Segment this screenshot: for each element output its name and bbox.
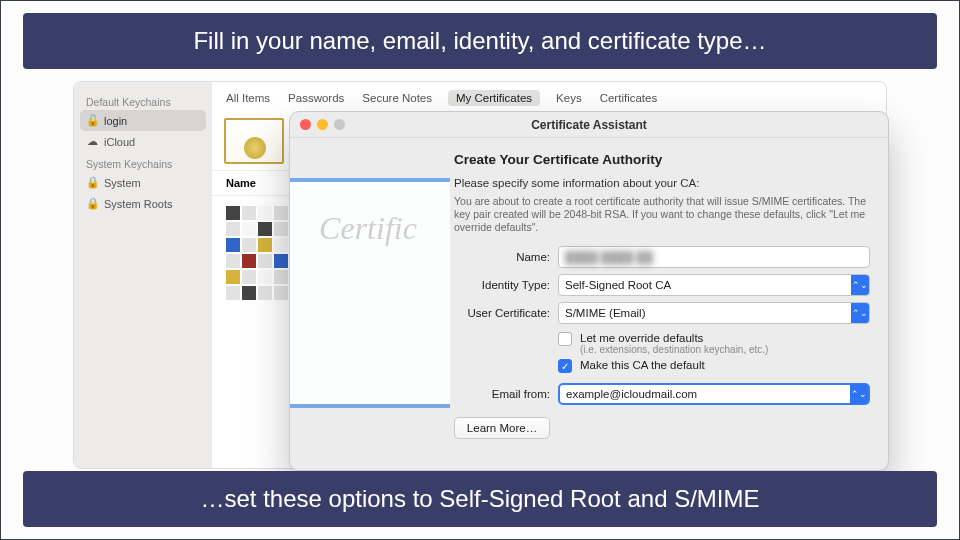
override-defaults-label: Let me override defaults — [580, 332, 768, 344]
make-default-checkbox[interactable]: ✓ — [558, 359, 572, 373]
sidebar: Default Keychains 🔓 login ☁︎ iCloud Syst… — [74, 82, 212, 468]
override-defaults-checkbox[interactable] — [558, 332, 572, 346]
identity-type-value: Self-Signed Root CA — [565, 279, 671, 291]
chevron-updown-icon: ⌃⌄ — [850, 384, 868, 404]
certificate-watermark: Certific — [319, 210, 417, 247]
assistant-lead: Please specify some information about yo… — [454, 177, 870, 189]
tab-passwords[interactable]: Passwords — [286, 90, 346, 106]
chevron-updown-icon: ⌃⌄ — [851, 303, 869, 323]
chevron-updown-icon: ⌃⌄ — [851, 275, 869, 295]
window-controls — [300, 119, 345, 130]
assistant-description: You are about to create a root certifica… — [454, 195, 870, 234]
sidebar-item-label: System Roots — [104, 198, 172, 210]
sidebar-item-system-roots[interactable]: 🔒 System Roots — [80, 193, 206, 214]
user-certificate-select[interactable]: S/MIME (Email) ⌃⌄ — [558, 302, 870, 324]
tab-my-certificates[interactable]: My Certificates — [448, 90, 540, 106]
sidebar-section-default: Default Keychains — [80, 90, 206, 110]
email-from-value: example@icloudmail.com — [566, 388, 697, 400]
certificate-assistant-window: Certificate Assistant Certific Create Yo… — [289, 111, 889, 471]
sidebar-item-icloud[interactable]: ☁︎ iCloud — [80, 131, 206, 152]
cloud-icon: ☁︎ — [86, 135, 98, 148]
learn-more-button[interactable]: Learn More… — [454, 417, 550, 439]
make-default-label: Make this CA the default — [580, 359, 705, 371]
sidebar-item-label: iCloud — [104, 136, 135, 148]
minimize-icon[interactable] — [317, 119, 328, 130]
certificate-icon — [224, 118, 284, 164]
identity-type-label: Identity Type: — [454, 279, 550, 291]
assistant-form: Create Your Certificate Authority Please… — [450, 138, 888, 470]
lock-icon: 🔒 — [86, 197, 98, 210]
titlebar: Certificate Assistant — [290, 112, 888, 138]
window-title: Certificate Assistant — [531, 118, 647, 132]
user-certificate-value: S/MIME (Email) — [565, 307, 646, 319]
category-tabs: All Items Passwords Secure Notes My Cert… — [212, 82, 886, 110]
email-from-select[interactable]: example@icloudmail.com ⌃⌄ — [558, 383, 870, 405]
sidebar-item-system[interactable]: 🔒 System — [80, 172, 206, 193]
close-icon[interactable] — [300, 119, 311, 130]
tab-certificates[interactable]: Certificates — [598, 90, 660, 106]
sidebar-item-label: login — [104, 115, 127, 127]
zoom-icon — [334, 119, 345, 130]
instruction-banner-top: Fill in your name, email, identity, and … — [23, 13, 937, 69]
assistant-heading: Create Your Certificate Authority — [454, 152, 870, 167]
sidebar-section-system: System Keychains — [80, 152, 206, 172]
override-defaults-sublabel: (i.e. extensions, destination keychain, … — [580, 344, 768, 355]
tab-keys[interactable]: Keys — [554, 90, 584, 106]
lock-icon: 🔒 — [86, 176, 98, 189]
tab-secure-notes[interactable]: Secure Notes — [360, 90, 434, 106]
assistant-illustration: Certific — [290, 138, 450, 470]
name-field[interactable]: ████ ████ ██ — [558, 246, 870, 268]
identity-type-select[interactable]: Self-Signed Root CA ⌃⌄ — [558, 274, 870, 296]
sidebar-item-login[interactable]: 🔓 login — [80, 110, 206, 131]
instruction-banner-bottom: …set these options to Self-Signed Root a… — [23, 471, 937, 527]
email-from-label: Email from: — [454, 388, 550, 400]
lock-open-icon: 🔓 — [86, 114, 98, 127]
tab-all-items[interactable]: All Items — [224, 90, 272, 106]
sidebar-item-label: System — [104, 177, 141, 189]
name-label: Name: — [454, 251, 550, 263]
user-certificate-label: User Certificate: — [454, 307, 550, 319]
